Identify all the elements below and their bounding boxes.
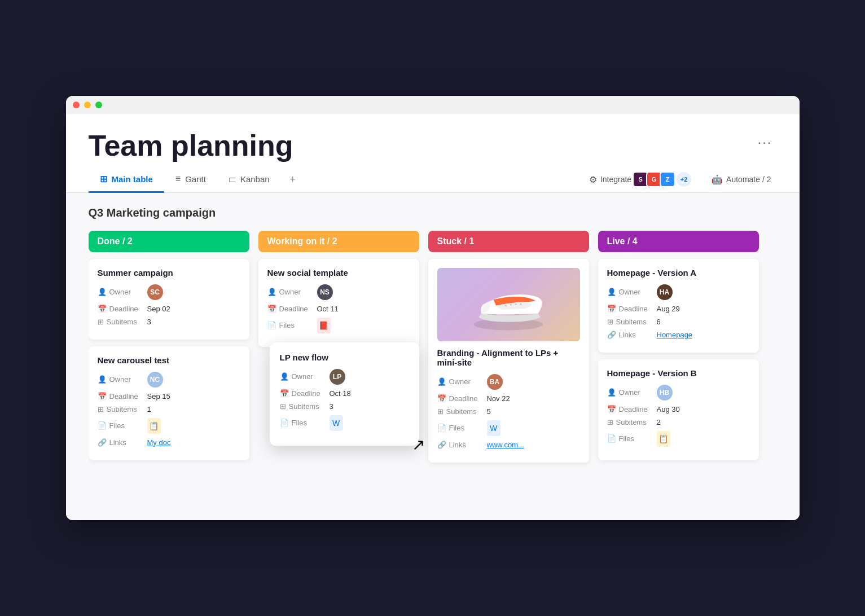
col-header-done: Done / 2: [89, 231, 249, 252]
subitems-icon: ⊞: [98, 318, 104, 326]
subitems-value-hb: 2: [657, 418, 661, 426]
subitems-icon-6: ⊞: [607, 418, 613, 426]
floating-subitems-label: ⊞ Subitems: [280, 402, 325, 411]
files-icon-3: 📄: [280, 419, 289, 427]
svg-point-3: [515, 303, 517, 305]
tab-kanban[interactable]: ⊏ Kanban: [217, 167, 281, 193]
owner-label: 👤 Owner: [98, 288, 143, 296]
card-homepage-b: Homepage - Version B 👤 Owner HB 📅 De: [598, 359, 759, 460]
close-dot[interactable]: [73, 102, 80, 108]
column-working: Working on it / 2 New social template 👤 …: [258, 231, 419, 446]
card-row-owner-hb: 👤 Owner HB: [607, 385, 750, 401]
file-badge-hb: 📋: [657, 431, 670, 447]
tab-gantt[interactable]: ≡ Gantt: [164, 167, 217, 192]
column-done: Done / 2 Summer campaign 👤 Owner SC: [89, 231, 249, 467]
svg-point-4: [520, 303, 522, 305]
integrate-button[interactable]: ⚙ Integrate S G Z +2: [583, 168, 697, 191]
maximize-dot[interactable]: [95, 102, 102, 108]
owner-label-branding: 👤 Owner: [437, 377, 482, 386]
zoom-icon: Z: [660, 171, 675, 187]
card-title-summer: Summer campaign: [98, 268, 240, 278]
card-branding: Branding - Alignment to LPs + mini-site …: [428, 259, 589, 463]
files-label-social: 📄 Files: [267, 321, 313, 329]
owner-label-social: 👤 Owner: [267, 288, 313, 296]
card-row-owner-branding: 👤 Owner BA: [437, 374, 580, 390]
card-row-owner-carousel: 👤 Owner NC: [98, 372, 240, 388]
deadline-label-hb: 📅 Deadline: [607, 405, 652, 413]
floating-files-label: 📄 Files: [280, 419, 325, 427]
add-tab-button[interactable]: +: [281, 167, 305, 192]
links-label-carousel: 🔗 Links: [98, 438, 143, 447]
tab-kanban-label: Kanban: [240, 174, 270, 184]
subitems-value-ha: 6: [657, 318, 661, 326]
card-row-subitems-ha: ⊞ Subitems 6: [607, 318, 750, 326]
avatar-social: NS: [317, 284, 333, 300]
avatar-branding: BA: [487, 374, 503, 390]
owner-label-carousel: 👤 Owner: [98, 375, 143, 384]
subitems-label-branding: ⊞ Subitems: [437, 407, 482, 416]
files-label-hb: 📄 Files: [607, 434, 652, 443]
cursor-icon: ↗: [412, 435, 425, 454]
svg-point-1: [505, 305, 507, 307]
tab-bar: ⊞ Main table ≡ Gantt ⊏ Kanban + ⚙ Integr…: [66, 167, 800, 193]
tab-gantt-label: Gantt: [185, 174, 206, 184]
subitems-label-carousel: ⊞ Subitems: [98, 405, 143, 413]
shoe-illustration: [469, 274, 548, 336]
links-value-branding[interactable]: www.com...: [487, 441, 524, 449]
person-icon: 👤: [98, 288, 107, 296]
person-icon-4: 👤: [280, 372, 289, 381]
person-icon-6: 👤: [607, 288, 616, 296]
subitems-icon-3: ⊞: [280, 402, 286, 411]
tab-main-table[interactable]: ⊞ Main table: [89, 167, 164, 193]
card-row-files-social: 📄 Files 📕: [267, 318, 410, 333]
col-header-live: Live / 4: [598, 231, 759, 252]
col-header-working: Working on it / 2: [258, 231, 419, 252]
minimize-dot[interactable]: [84, 102, 91, 108]
links-value-ha[interactable]: Homepage: [657, 331, 693, 339]
col-done-label: Done / 2: [98, 236, 133, 247]
integrate-icon: ⚙: [589, 174, 597, 185]
card-row-deadline-ha: 📅 Deadline Aug 29: [607, 305, 750, 313]
subitems-value-branding: 5: [487, 407, 491, 416]
files-label-branding: 📄 Files: [437, 424, 482, 432]
column-stuck: Stuck / 1: [428, 231, 589, 469]
files-label-carousel: 📄 Files: [98, 421, 143, 430]
card-row-files-carousel: 📄 Files 📋: [98, 418, 240, 434]
links-value-carousel[interactable]: My doc: [147, 438, 171, 447]
card-row-subitems-hb: ⊞ Subitems 2: [607, 418, 750, 426]
files-icon-5: 📄: [607, 434, 616, 443]
calendar-icon-4: 📅: [280, 389, 289, 398]
subitems-value-carousel: 1: [147, 405, 151, 413]
card-row-deadline: 📅 Deadline Sep 02: [98, 305, 240, 313]
board-section-title: Q3 Marketing campaign: [89, 206, 777, 219]
card-row-subitems-branding: ⊞ Subitems 5: [437, 407, 580, 416]
subitems-icon-2: ⊞: [98, 405, 104, 413]
floating-card-owner-row: 👤 Owner LP: [280, 369, 409, 385]
deadline-value-ha: Aug 29: [657, 305, 680, 313]
card-summer-campaign: Summer campaign 👤 Owner SC 📅 Deadlin: [89, 259, 249, 340]
card-row-deadline-branding: 📅 Deadline Nov 22: [437, 394, 580, 403]
file-badge-lp: W: [330, 415, 343, 431]
calendar-icon: 📅: [98, 305, 107, 313]
card-title-carousel: New carousel test: [98, 355, 240, 365]
gantt-icon: ≡: [175, 174, 181, 184]
card-row-files-hb: 📄 Files 📋: [607, 431, 750, 447]
more-integrations-badge: +2: [677, 172, 691, 187]
integrate-label: Integrate: [600, 175, 631, 184]
card-row-links-carousel: 🔗 Links My doc: [98, 438, 240, 447]
card-row-links-ha: 🔗 Links Homepage: [607, 331, 750, 339]
avatar-ha: HA: [657, 284, 673, 300]
subitems-icon-5: ⊞: [607, 318, 613, 326]
more-options-button[interactable]: ···: [753, 130, 776, 155]
deadline-value-social: Oct 11: [317, 305, 339, 313]
card-title-branding: Branding - Alignment to LPs + mini-site: [437, 348, 580, 367]
deadline-label: 📅 Deadline: [98, 305, 143, 313]
person-icon-5: 👤: [437, 377, 446, 386]
floating-subitems-value: 3: [330, 402, 333, 411]
files-icon: 📄: [98, 421, 107, 430]
kanban-columns: Done / 2 Summer campaign 👤 Owner SC: [89, 231, 777, 469]
floating-card-wrapper: LP new flow 👤 Owner LP 📅: [258, 342, 419, 446]
card-title-social: New social template: [267, 268, 410, 278]
automate-button[interactable]: 🤖 Automate / 2: [706, 171, 776, 188]
automate-icon: 🤖: [712, 174, 723, 185]
